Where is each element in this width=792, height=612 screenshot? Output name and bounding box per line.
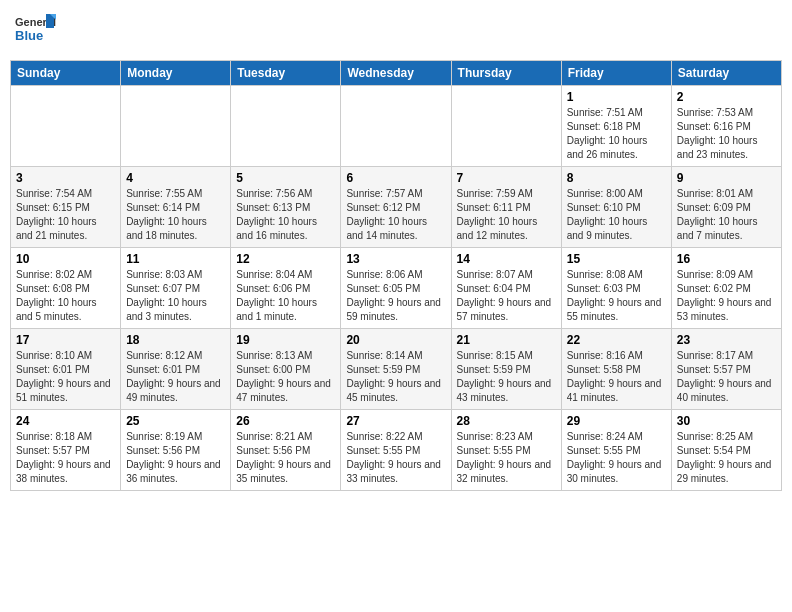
calendar-week-row: 1Sunrise: 7:51 AM Sunset: 6:18 PM Daylig… [11,86,782,167]
calendar-day-cell: 4Sunrise: 7:55 AM Sunset: 6:14 PM Daylig… [121,167,231,248]
calendar-day-cell: 13Sunrise: 8:06 AM Sunset: 6:05 PM Dayli… [341,248,451,329]
day-number: 30 [677,414,776,428]
calendar-day-cell: 1Sunrise: 7:51 AM Sunset: 6:18 PM Daylig… [561,86,671,167]
day-info: Sunrise: 8:17 AM Sunset: 5:57 PM Dayligh… [677,349,776,405]
calendar-day-cell: 30Sunrise: 8:25 AM Sunset: 5:54 PM Dayli… [671,410,781,491]
day-number: 27 [346,414,445,428]
day-number: 14 [457,252,556,266]
day-info: Sunrise: 7:53 AM Sunset: 6:16 PM Dayligh… [677,106,776,162]
weekday-header-cell: Sunday [11,61,121,86]
calendar-day-cell: 23Sunrise: 8:17 AM Sunset: 5:57 PM Dayli… [671,329,781,410]
day-number: 1 [567,90,666,104]
day-info: Sunrise: 8:00 AM Sunset: 6:10 PM Dayligh… [567,187,666,243]
calendar-day-cell [231,86,341,167]
calendar-day-cell [341,86,451,167]
calendar-day-cell: 9Sunrise: 8:01 AM Sunset: 6:09 PM Daylig… [671,167,781,248]
day-number: 4 [126,171,225,185]
weekday-header-cell: Monday [121,61,231,86]
day-info: Sunrise: 8:19 AM Sunset: 5:56 PM Dayligh… [126,430,225,486]
weekday-header-cell: Tuesday [231,61,341,86]
day-info: Sunrise: 7:51 AM Sunset: 6:18 PM Dayligh… [567,106,666,162]
day-info: Sunrise: 8:10 AM Sunset: 6:01 PM Dayligh… [16,349,115,405]
calendar-day-cell: 7Sunrise: 7:59 AM Sunset: 6:11 PM Daylig… [451,167,561,248]
calendar-day-cell: 10Sunrise: 8:02 AM Sunset: 6:08 PM Dayli… [11,248,121,329]
svg-text:Blue: Blue [15,28,43,43]
weekday-header-cell: Friday [561,61,671,86]
day-number: 22 [567,333,666,347]
day-info: Sunrise: 8:08 AM Sunset: 6:03 PM Dayligh… [567,268,666,324]
day-number: 7 [457,171,556,185]
day-number: 11 [126,252,225,266]
day-number: 23 [677,333,776,347]
weekday-header-cell: Wednesday [341,61,451,86]
day-number: 24 [16,414,115,428]
day-number: 19 [236,333,335,347]
calendar-day-cell: 6Sunrise: 7:57 AM Sunset: 6:12 PM Daylig… [341,167,451,248]
calendar-week-row: 24Sunrise: 8:18 AM Sunset: 5:57 PM Dayli… [11,410,782,491]
day-number: 29 [567,414,666,428]
day-info: Sunrise: 8:01 AM Sunset: 6:09 PM Dayligh… [677,187,776,243]
calendar-week-row: 3Sunrise: 7:54 AM Sunset: 6:15 PM Daylig… [11,167,782,248]
day-info: Sunrise: 7:56 AM Sunset: 6:13 PM Dayligh… [236,187,335,243]
day-number: 6 [346,171,445,185]
calendar-day-cell: 5Sunrise: 7:56 AM Sunset: 6:13 PM Daylig… [231,167,341,248]
day-number: 20 [346,333,445,347]
day-number: 10 [16,252,115,266]
calendar-day-cell: 18Sunrise: 8:12 AM Sunset: 6:01 PM Dayli… [121,329,231,410]
calendar-week-row: 10Sunrise: 8:02 AM Sunset: 6:08 PM Dayli… [11,248,782,329]
calendar-day-cell [11,86,121,167]
logo-svg: General Blue [14,10,56,52]
calendar-day-cell: 28Sunrise: 8:23 AM Sunset: 5:55 PM Dayli… [451,410,561,491]
calendar-day-cell: 15Sunrise: 8:08 AM Sunset: 6:03 PM Dayli… [561,248,671,329]
day-number: 8 [567,171,666,185]
calendar-day-cell: 12Sunrise: 8:04 AM Sunset: 6:06 PM Dayli… [231,248,341,329]
day-info: Sunrise: 7:54 AM Sunset: 6:15 PM Dayligh… [16,187,115,243]
day-info: Sunrise: 8:23 AM Sunset: 5:55 PM Dayligh… [457,430,556,486]
day-info: Sunrise: 7:59 AM Sunset: 6:11 PM Dayligh… [457,187,556,243]
calendar-day-cell: 11Sunrise: 8:03 AM Sunset: 6:07 PM Dayli… [121,248,231,329]
day-info: Sunrise: 8:07 AM Sunset: 6:04 PM Dayligh… [457,268,556,324]
day-info: Sunrise: 8:16 AM Sunset: 5:58 PM Dayligh… [567,349,666,405]
day-info: Sunrise: 8:22 AM Sunset: 5:55 PM Dayligh… [346,430,445,486]
calendar-day-cell: 22Sunrise: 8:16 AM Sunset: 5:58 PM Dayli… [561,329,671,410]
calendar-day-cell [121,86,231,167]
calendar-day-cell: 8Sunrise: 8:00 AM Sunset: 6:10 PM Daylig… [561,167,671,248]
logo: General Blue [14,10,56,52]
day-number: 21 [457,333,556,347]
day-number: 5 [236,171,335,185]
calendar-day-cell: 25Sunrise: 8:19 AM Sunset: 5:56 PM Dayli… [121,410,231,491]
page-header: General Blue [10,10,782,52]
calendar-day-cell: 21Sunrise: 8:15 AM Sunset: 5:59 PM Dayli… [451,329,561,410]
day-number: 17 [16,333,115,347]
day-info: Sunrise: 8:21 AM Sunset: 5:56 PM Dayligh… [236,430,335,486]
day-info: Sunrise: 8:06 AM Sunset: 6:05 PM Dayligh… [346,268,445,324]
day-info: Sunrise: 8:12 AM Sunset: 6:01 PM Dayligh… [126,349,225,405]
day-info: Sunrise: 8:18 AM Sunset: 5:57 PM Dayligh… [16,430,115,486]
day-info: Sunrise: 8:03 AM Sunset: 6:07 PM Dayligh… [126,268,225,324]
day-info: Sunrise: 7:55 AM Sunset: 6:14 PM Dayligh… [126,187,225,243]
day-info: Sunrise: 8:04 AM Sunset: 6:06 PM Dayligh… [236,268,335,324]
calendar-day-cell: 19Sunrise: 8:13 AM Sunset: 6:00 PM Dayli… [231,329,341,410]
calendar-day-cell: 14Sunrise: 8:07 AM Sunset: 6:04 PM Dayli… [451,248,561,329]
day-number: 12 [236,252,335,266]
calendar-day-cell: 3Sunrise: 7:54 AM Sunset: 6:15 PM Daylig… [11,167,121,248]
calendar-day-cell: 16Sunrise: 8:09 AM Sunset: 6:02 PM Dayli… [671,248,781,329]
day-number: 18 [126,333,225,347]
day-number: 2 [677,90,776,104]
calendar-day-cell: 29Sunrise: 8:24 AM Sunset: 5:55 PM Dayli… [561,410,671,491]
weekday-header-row: SundayMondayTuesdayWednesdayThursdayFrid… [11,61,782,86]
calendar-week-row: 17Sunrise: 8:10 AM Sunset: 6:01 PM Dayli… [11,329,782,410]
day-info: Sunrise: 8:09 AM Sunset: 6:02 PM Dayligh… [677,268,776,324]
day-number: 13 [346,252,445,266]
weekday-header-cell: Thursday [451,61,561,86]
calendar-day-cell: 20Sunrise: 8:14 AM Sunset: 5:59 PM Dayli… [341,329,451,410]
day-number: 26 [236,414,335,428]
calendar-body: 1Sunrise: 7:51 AM Sunset: 6:18 PM Daylig… [11,86,782,491]
day-info: Sunrise: 7:57 AM Sunset: 6:12 PM Dayligh… [346,187,445,243]
calendar-day-cell: 24Sunrise: 8:18 AM Sunset: 5:57 PM Dayli… [11,410,121,491]
day-number: 28 [457,414,556,428]
day-info: Sunrise: 8:25 AM Sunset: 5:54 PM Dayligh… [677,430,776,486]
calendar-day-cell: 2Sunrise: 7:53 AM Sunset: 6:16 PM Daylig… [671,86,781,167]
weekday-header-cell: Saturday [671,61,781,86]
day-number: 9 [677,171,776,185]
